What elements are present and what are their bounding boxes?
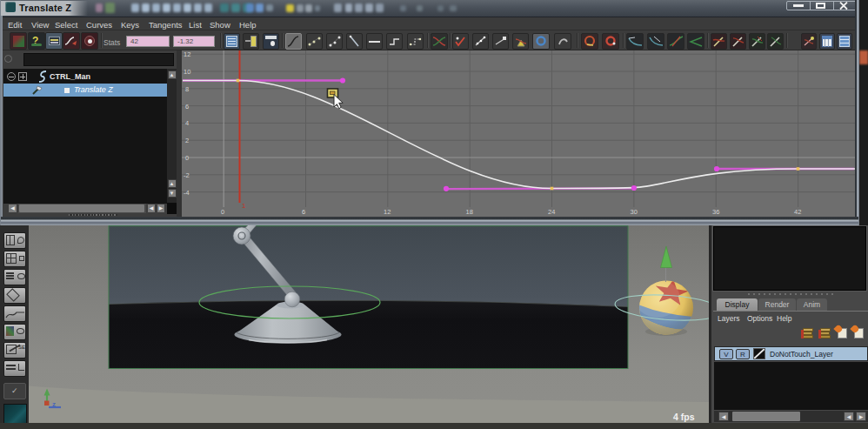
svg-text:z: z (52, 400, 56, 408)
svg-text:1: 1 (242, 202, 246, 210)
svg-text:8: 8 (185, 85, 189, 93)
svg-text:42: 42 (794, 208, 801, 216)
svg-text:24: 24 (548, 208, 555, 216)
svg-text:-2: -2 (184, 171, 190, 179)
svg-text:2: 2 (185, 137, 189, 144)
svg-text:30: 30 (631, 208, 638, 216)
svg-text:0: 0 (221, 208, 224, 216)
svg-text:18: 18 (466, 208, 473, 216)
svg-text:36: 36 (712, 208, 719, 216)
svg-text:-4: -4 (184, 189, 190, 197)
svg-text:4: 4 (185, 119, 189, 127)
svg-text:6: 6 (302, 208, 305, 216)
svg-text:4 fps: 4 fps (673, 412, 695, 422)
svg-text:6: 6 (185, 103, 189, 111)
svg-text:12: 12 (384, 208, 391, 216)
svg-text:0: 0 (185, 154, 189, 162)
svg-text:12: 12 (184, 50, 190, 58)
svg-text:10: 10 (184, 68, 190, 76)
